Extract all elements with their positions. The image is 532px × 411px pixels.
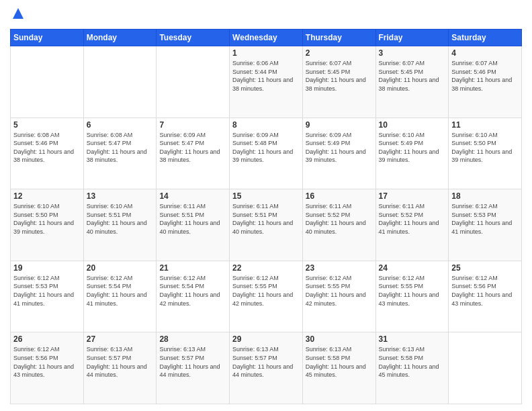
day-detail: Sunrise: 6:13 AM Sunset: 5:57 PM Dayligh… (159, 345, 226, 379)
day-cell: 12Sunrise: 6:10 AM Sunset: 5:50 PM Dayli… (11, 189, 84, 261)
day-detail: Sunrise: 6:12 AM Sunset: 5:53 PM Dayligh… (13, 274, 81, 308)
day-number: 2 (306, 48, 373, 58)
header (10, 7, 522, 24)
day-cell: 24Sunrise: 6:12 AM Sunset: 5:55 PM Dayli… (375, 261, 449, 332)
day-detail: Sunrise: 6:10 AM Sunset: 5:50 PM Dayligh… (451, 131, 519, 165)
day-cell: 2Sunrise: 6:07 AM Sunset: 5:45 PM Daylig… (302, 46, 375, 118)
day-cell: 27Sunrise: 6:13 AM Sunset: 5:57 PM Dayli… (83, 332, 157, 404)
day-cell: 9Sunrise: 6:09 AM Sunset: 5:49 PM Daylig… (302, 118, 375, 189)
day-number: 12 (13, 191, 81, 201)
day-detail: Sunrise: 6:11 AM Sunset: 5:51 PM Dayligh… (159, 202, 226, 236)
day-cell: 18Sunrise: 6:12 AM Sunset: 5:53 PM Dayli… (449, 189, 522, 261)
day-detail: Sunrise: 6:13 AM Sunset: 5:57 PM Dayligh… (232, 345, 300, 379)
day-detail: Sunrise: 6:08 AM Sunset: 5:46 PM Dayligh… (13, 131, 81, 165)
day-cell: 5Sunrise: 6:08 AM Sunset: 5:46 PM Daylig… (11, 118, 84, 189)
day-number: 6 (87, 120, 154, 130)
day-cell: 19Sunrise: 6:12 AM Sunset: 5:53 PM Dayli… (11, 261, 84, 332)
day-detail: Sunrise: 6:12 AM Sunset: 5:56 PM Dayligh… (451, 274, 519, 308)
day-detail: Sunrise: 6:12 AM Sunset: 5:54 PM Dayligh… (87, 274, 154, 308)
day-number: 25 (451, 263, 519, 273)
day-detail: Sunrise: 6:09 AM Sunset: 5:47 PM Dayligh… (159, 131, 226, 165)
day-detail: Sunrise: 6:06 AM Sunset: 5:44 PM Dayligh… (232, 59, 300, 93)
logo-icon (11, 7, 25, 20)
day-cell: 21Sunrise: 6:12 AM Sunset: 5:54 PM Dayli… (157, 261, 230, 332)
week-row-5: 26Sunrise: 6:12 AM Sunset: 5:56 PM Dayli… (11, 332, 522, 404)
day-cell: 29Sunrise: 6:13 AM Sunset: 5:57 PM Dayli… (230, 332, 303, 404)
day-cell (449, 332, 522, 404)
day-detail: Sunrise: 6:07 AM Sunset: 5:45 PM Dayligh… (306, 59, 373, 93)
day-detail: Sunrise: 6:09 AM Sunset: 5:49 PM Dayligh… (306, 131, 373, 165)
col-header-sunday: Sunday (11, 30, 84, 46)
day-cell: 22Sunrise: 6:12 AM Sunset: 5:55 PM Dayli… (230, 261, 303, 332)
day-detail: Sunrise: 6:12 AM Sunset: 5:54 PM Dayligh… (159, 274, 226, 308)
day-number: 22 (232, 263, 300, 273)
day-number: 5 (13, 120, 81, 130)
week-row-2: 5Sunrise: 6:08 AM Sunset: 5:46 PM Daylig… (11, 118, 522, 189)
day-number: 15 (232, 191, 300, 201)
day-cell: 16Sunrise: 6:11 AM Sunset: 5:52 PM Dayli… (302, 189, 375, 261)
day-detail: Sunrise: 6:12 AM Sunset: 5:55 PM Dayligh… (306, 274, 373, 308)
day-detail: Sunrise: 6:13 AM Sunset: 5:58 PM Dayligh… (379, 345, 446, 379)
day-cell: 20Sunrise: 6:12 AM Sunset: 5:54 PM Dayli… (83, 261, 157, 332)
header-row: SundayMondayTuesdayWednesdayThursdayFrid… (11, 30, 522, 46)
day-cell (157, 46, 230, 118)
day-number: 16 (306, 191, 373, 201)
day-number: 9 (306, 120, 373, 130)
day-detail: Sunrise: 6:09 AM Sunset: 5:48 PM Dayligh… (232, 131, 300, 165)
day-number: 3 (379, 48, 446, 58)
page: SundayMondayTuesdayWednesdayThursdayFrid… (0, 0, 532, 411)
day-cell: 7Sunrise: 6:09 AM Sunset: 5:47 PM Daylig… (157, 118, 230, 189)
day-detail: Sunrise: 6:10 AM Sunset: 5:50 PM Dayligh… (13, 202, 81, 236)
day-cell: 6Sunrise: 6:08 AM Sunset: 5:47 PM Daylig… (83, 118, 157, 189)
day-number: 19 (13, 263, 81, 273)
day-cell: 1Sunrise: 6:06 AM Sunset: 5:44 PM Daylig… (230, 46, 303, 118)
day-number: 26 (13, 334, 81, 344)
day-detail: Sunrise: 6:12 AM Sunset: 5:55 PM Dayligh… (232, 274, 300, 308)
day-detail: Sunrise: 6:12 AM Sunset: 5:55 PM Dayligh… (379, 274, 446, 308)
day-detail: Sunrise: 6:13 AM Sunset: 5:58 PM Dayligh… (306, 345, 373, 379)
day-cell: 28Sunrise: 6:13 AM Sunset: 5:57 PM Dayli… (157, 332, 230, 404)
day-number: 20 (87, 263, 154, 273)
day-cell: 26Sunrise: 6:12 AM Sunset: 5:56 PM Dayli… (11, 332, 84, 404)
day-number: 4 (451, 48, 519, 58)
day-number: 14 (159, 191, 226, 201)
day-number: 10 (379, 120, 446, 130)
day-number: 1 (232, 48, 300, 58)
day-cell: 30Sunrise: 6:13 AM Sunset: 5:58 PM Dayli… (302, 332, 375, 404)
day-cell (83, 46, 157, 118)
day-detail: Sunrise: 6:10 AM Sunset: 5:51 PM Dayligh… (87, 202, 154, 236)
day-cell: 25Sunrise: 6:12 AM Sunset: 5:56 PM Dayli… (449, 261, 522, 332)
calendar-table: SundayMondayTuesdayWednesdayThursdayFrid… (10, 29, 522, 404)
logo (10, 7, 25, 24)
day-detail: Sunrise: 6:11 AM Sunset: 5:51 PM Dayligh… (232, 202, 300, 236)
svg-marker-0 (13, 8, 24, 19)
day-number: 13 (87, 191, 154, 201)
day-number: 24 (379, 263, 446, 273)
day-number: 30 (306, 334, 373, 344)
week-row-4: 19Sunrise: 6:12 AM Sunset: 5:53 PM Dayli… (11, 261, 522, 332)
day-detail: Sunrise: 6:12 AM Sunset: 5:56 PM Dayligh… (13, 345, 81, 379)
day-number: 7 (159, 120, 226, 130)
day-cell: 11Sunrise: 6:10 AM Sunset: 5:50 PM Dayli… (449, 118, 522, 189)
day-cell: 4Sunrise: 6:07 AM Sunset: 5:46 PM Daylig… (449, 46, 522, 118)
day-number: 21 (159, 263, 226, 273)
day-number: 31 (379, 334, 446, 344)
day-number: 18 (451, 191, 519, 201)
day-detail: Sunrise: 6:10 AM Sunset: 5:49 PM Dayligh… (379, 131, 446, 165)
day-cell: 15Sunrise: 6:11 AM Sunset: 5:51 PM Dayli… (230, 189, 303, 261)
col-header-saturday: Saturday (449, 30, 522, 46)
day-cell (11, 46, 84, 118)
day-detail: Sunrise: 6:08 AM Sunset: 5:47 PM Dayligh… (87, 131, 154, 165)
day-number: 28 (159, 334, 226, 344)
week-row-1: 1Sunrise: 6:06 AM Sunset: 5:44 PM Daylig… (11, 46, 522, 118)
day-number: 8 (232, 120, 300, 130)
day-detail: Sunrise: 6:13 AM Sunset: 5:57 PM Dayligh… (87, 345, 154, 379)
day-detail: Sunrise: 6:07 AM Sunset: 5:46 PM Dayligh… (451, 59, 519, 93)
day-cell: 10Sunrise: 6:10 AM Sunset: 5:49 PM Dayli… (375, 118, 449, 189)
day-detail: Sunrise: 6:11 AM Sunset: 5:52 PM Dayligh… (306, 202, 373, 236)
day-number: 17 (379, 191, 446, 201)
day-number: 27 (87, 334, 154, 344)
day-detail: Sunrise: 6:07 AM Sunset: 5:45 PM Dayligh… (379, 59, 446, 93)
col-header-wednesday: Wednesday (230, 30, 303, 46)
day-cell: 13Sunrise: 6:10 AM Sunset: 5:51 PM Dayli… (83, 189, 157, 261)
